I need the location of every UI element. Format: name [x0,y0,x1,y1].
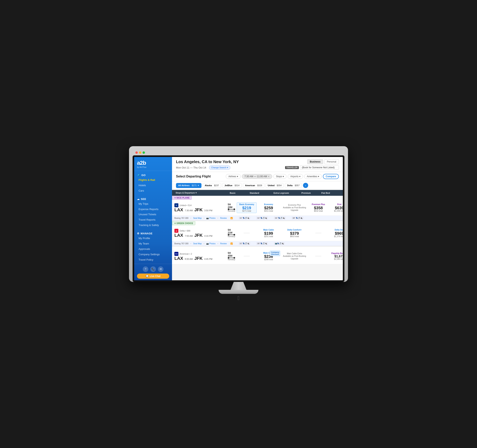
sidebar-item-travel-reports[interactable]: Travel Reports [134,217,172,223]
american-to-code: JFK [194,256,203,261]
delta-premium [308,228,328,238]
amenities-filter-btn[interactable]: Amenities ▾ [304,174,322,179]
time-filter-btn[interactable]: 7:30 AM — 11:00 AM ✕ [242,174,272,179]
sidebar-item-flights-rail[interactable]: Flights & Rail [134,177,172,183]
trip-type-buttons: Business Personal [307,159,339,164]
american-from-code: LAX [174,256,183,261]
see-section: ☁ SEE My Trips Expense Reports Unused Ti… [134,195,172,229]
trip-type-personal[interactable]: Personal [324,159,339,164]
delta-seat-map-link[interactable]: Seat Map [193,243,202,245]
airports-filter-btn[interactable]: Airports ▾ [288,174,303,179]
united-standard-price[interactable]: Economy $259 $311 total [257,203,280,213]
united-flatbed-price[interactable]: First $639 $1,046 total [328,203,343,213]
flight-info-delta: ▲ Delta • 688 LAX 7:55 AM JFK 4:16 PM [174,229,226,238]
wifi-icon: 📶 [230,217,233,219]
delta-from-time: 7:55 AM [185,235,193,237]
united-seat-map-link[interactable]: Seat Map [193,217,202,219]
airline-tab-american[interactable]: American $328 [243,183,264,188]
airline-tab-all[interactable]: All Airlines $171 ✈ [176,183,202,188]
sidebar-item-travel-policy[interactable]: Travel Policy [134,257,172,263]
nice-plane-badge: ✦ NICE PLANE [172,196,192,200]
united-extra-price: Economy Plus Available as Post-Booking U… [280,203,308,212]
united-photos-link[interactable]: 📷 Photos [206,217,215,219]
go-section: 🧳 GO Flights & Rail Hotels Cars [134,171,172,195]
airlines-filter-btn[interactable]: Airlines ▾ [226,174,241,179]
united-basic-price[interactable]: Basic Economy $219 $271 total [237,202,257,213]
airline-tab-delta[interactable]: Delta $357 [285,183,302,188]
delta-photos-link[interactable]: 📷 Photos [206,243,215,245]
sidebar-item-my-profile[interactable]: My Profile [134,236,172,241]
sidebar-item-company-settings[interactable]: Company Settings [134,252,172,257]
time-filter-close[interactable]: ✕ [268,175,269,178]
manage-section-title: ⚙ MANAGE [134,231,172,236]
traffic-light-yellow[interactable] [139,151,141,154]
col-stops-departure[interactable]: Stops & Departure ▾ [174,191,226,195]
traffic-light-green[interactable] [143,151,145,154]
delta-review-link[interactable]: Review [220,243,227,245]
sidebar-item-unused-tickets[interactable]: Unused Tickets [134,212,172,217]
traffic-light-red[interactable] [135,151,138,154]
sidebar-logo-area: a2b by AmTrav [134,157,172,171]
help-icon-btn[interactable]: ? [143,266,148,272]
stops-filter-btn[interactable]: Stops ▾ [273,174,286,179]
sidebar: a2b by AmTrav 🧳 GO Flights & Rail Hotels… [134,157,172,280]
sidebar-item-my-trips[interactable]: My Trips [134,201,172,207]
airline-tab-united[interactable]: United $354 [266,183,284,188]
american-logo: AA [174,252,178,256]
col-basic: Basic [229,191,248,195]
sidebar-item-approvals[interactable]: Approvals [134,246,172,252]
delta-standard-price[interactable]: Main Cabin $199 $251 total [257,228,280,238]
results-table-header: Stops & Departure ▾ Basic Standard Extra… [172,190,343,196]
united-logo: U [174,203,178,207]
col-extra-legroom: Extra Legroom [272,191,300,195]
traveler-select[interactable]: (Book for Someone Not Listed) [300,165,339,170]
gear-icon: ⚙ [137,232,139,235]
sidebar-bottom: ? 📞 ✉ 💬 Live Chat 🧭 Support Amtrav Log O… [134,264,172,280]
support-icons-row: ? 📞 ✉ [137,266,169,272]
select-flight-title: Select Departing Flight [176,175,211,178]
united-premium-price[interactable]: Premium Plus $358 $632 total [308,203,328,213]
airline-tab-next[interactable]: › [303,183,308,188]
delta-flatbed-price[interactable]: Delta One $969 $1,376 total [328,228,343,238]
sidebar-item-cars[interactable]: Cars [134,188,172,194]
see-section-title: ☁ SEE [134,197,172,201]
american-duration: 5H 45M Nonstop [226,252,237,261]
live-chat-button[interactable]: 💬 Live Chat [137,273,169,279]
sidebar-item-tracking-safety[interactable]: Tracking & Safety [134,223,172,228]
airline-tabs: All Airlines $171 ✈ Alaska $237 JetBlue … [172,181,343,190]
sidebar-item-my-team[interactable]: My Team [134,241,172,246]
route-title: Los Angeles, CA to New York, NY [176,160,239,164]
col-flat-bed: Flat Bed [320,191,342,195]
american-premium [308,251,328,261]
airline-tab-jetblue[interactable]: JetBlue $314 [222,183,242,188]
flight-row-united: ✦ NICE PLANE U United • 514 LAX [172,196,343,221]
go-section-title: 🧳 GO [134,173,172,177]
airline-tab-alaska[interactable]: Alaska $237 [203,183,221,188]
delta-extra-price[interactable]: Delta Comfort+ $379 $653 total [280,228,308,238]
amenity-group-4: 38" 💺🎵🔌 [292,217,303,219]
american-standard-price[interactable]: CompanyDiscount Main Cabin $236 $288 tot… [257,251,280,262]
compare-button[interactable]: Compare [323,174,339,179]
sidebar-item-hotels[interactable]: Hotels [134,183,172,188]
united-aircraft: Boeing 767-300 [174,217,189,219]
traveler-label: TRAVELER [285,166,299,169]
green-choice-badge: ✦ GREEN CHOICE [172,221,195,225]
col-premium: Premium [300,191,320,195]
change-search-button[interactable]: Change Search ▾ [209,166,231,170]
united-airline-label: United • 514 [179,204,191,206]
delta-aircraft: Boeing 767-300 [174,243,189,245]
date-range: Mon Oct 11 — Thu Oct 14 [176,166,206,169]
traveler-selector: TRAVELER (Book for Someone Not Listed) [285,165,339,170]
email-icon-btn[interactable]: ✉ [158,266,163,272]
amenity-group-2: 31" 💺🎵🔌 [256,217,268,219]
plane-icon: ✈ [197,184,199,187]
sidebar-item-expense-reports[interactable]: Expense Reports [134,207,172,212]
american-flatbed-price[interactable]: Flagship Busin... $1,673 $2,080 total [328,251,343,261]
delta-details-row: Boeing 767-300 • Seat Map • 📷 Photos • R… [172,241,343,246]
american-from-time: 8:00 AM [185,258,193,260]
trip-type-business[interactable]: Business [307,159,323,164]
phone-icon-btn[interactable]: 📞 [150,266,156,272]
amenity-group-1: 31" 💺🎵🔌 [239,217,250,219]
flight-info-american: AA American • 2 LAX 8:00 AM JFK 4:45 PM [174,252,226,261]
united-review-link[interactable]: Review [220,217,227,219]
